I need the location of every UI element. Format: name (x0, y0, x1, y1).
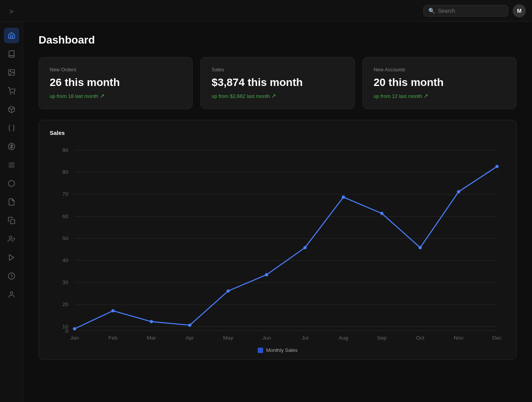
card-new-orders-value: 26 this month (50, 76, 181, 89)
svg-point-45 (418, 246, 422, 249)
svg-text:Aug: Aug (339, 335, 348, 341)
card-sales: Sales $3,874 this month up from $2,682 l… (200, 57, 354, 109)
card-sales-value: $3,874 this month (211, 76, 343, 89)
svg-text:Jul: Jul (302, 335, 309, 341)
svg-marker-13 (9, 255, 14, 261)
svg-rect-9 (10, 220, 15, 224)
sidebar (0, 22, 23, 402)
svg-text:90: 90 (62, 147, 69, 153)
sidebar-item-image[interactable] (4, 65, 19, 80)
svg-point-38 (150, 320, 153, 323)
svg-text:Jan: Jan (70, 335, 79, 341)
svg-text:50: 50 (62, 235, 69, 241)
svg-point-41 (265, 273, 269, 276)
svg-text:70: 70 (62, 192, 69, 197)
sidebar-item-group-add[interactable] (4, 231, 19, 247)
chart-title: Sales (50, 130, 505, 136)
svg-text:40: 40 (62, 257, 69, 263)
chevron-button[interactable]: > (6, 6, 17, 17)
card-new-accounts-value: 20 this month (374, 76, 505, 89)
card-sales-label: Sales (211, 67, 343, 72)
sidebar-item-book[interactable] (4, 46, 19, 62)
card-new-orders: New Orders 26 this month up from 18 last… (39, 57, 193, 109)
svg-point-36 (73, 327, 76, 330)
sidebar-item-doc[interactable] (4, 194, 19, 210)
sidebar-item-cart[interactable] (4, 83, 19, 99)
legend-label: Monthly Sales (266, 347, 298, 353)
svg-text:Apr: Apr (186, 335, 194, 341)
trend-arrow-accounts: ↗ (423, 93, 428, 99)
card-new-accounts-label: New Accounts (374, 67, 505, 72)
svg-text:Dec: Dec (492, 335, 502, 341)
card-new-orders-label: New Orders (50, 67, 181, 72)
svg-point-1 (10, 71, 10, 72)
page-title: Dashboard (39, 34, 517, 46)
svg-point-39 (188, 324, 191, 327)
svg-text:Jun: Jun (262, 335, 271, 341)
card-new-orders-trend: up from 18 last month ↗ (50, 93, 181, 99)
search-box: 🔍 (423, 5, 508, 17)
svg-text:80: 80 (62, 169, 69, 175)
content-area: Dashboard New Orders 26 this month up fr… (23, 22, 532, 402)
svg-text:20: 20 (62, 302, 69, 308)
svg-point-2 (10, 94, 11, 94)
svg-text:Mar: Mar (147, 335, 156, 341)
card-sales-trend: up from $2,682 last month ↗ (211, 93, 343, 99)
svg-point-42 (303, 246, 307, 249)
svg-text:0: 0 (65, 328, 69, 334)
chart-card: Sales 90 80 70 60 (39, 120, 517, 360)
chart-area: 90 80 70 60 50 40 30 20 10 0 (50, 142, 505, 343)
legend-box (258, 348, 263, 353)
svg-point-47 (495, 165, 499, 168)
svg-point-10 (9, 236, 12, 239)
topbar: > 🔍 M (0, 0, 532, 22)
sidebar-item-play[interactable] (4, 250, 19, 265)
main-layout: Dashboard New Orders 26 this month up fr… (0, 22, 532, 402)
trend-arrow-sales: ↗ (271, 93, 276, 99)
sidebar-item-copy[interactable] (4, 213, 19, 228)
chart-legend: Monthly Sales (50, 347, 505, 353)
search-input[interactable] (438, 8, 503, 14)
sidebar-item-box[interactable] (4, 176, 19, 191)
sidebar-item-cube[interactable] (4, 102, 19, 117)
card-new-accounts-trend: up from 12 last month ↗ (374, 93, 505, 99)
trend-arrow-orders: ↗ (100, 93, 105, 99)
svg-point-15 (10, 292, 13, 294)
svg-text:Sep: Sep (377, 335, 387, 341)
topbar-left: > (6, 6, 17, 17)
svg-text:Oct: Oct (416, 335, 425, 341)
sidebar-item-variable[interactable] (4, 120, 19, 136)
sidebar-item-menu[interactable] (4, 157, 19, 173)
svg-point-44 (380, 212, 384, 215)
sidebar-item-user[interactable] (4, 287, 19, 302)
avatar[interactable]: M (513, 4, 526, 17)
search-icon: 🔍 (428, 8, 435, 14)
svg-point-46 (457, 190, 460, 193)
svg-text:60: 60 (62, 214, 69, 219)
svg-text:Feb: Feb (108, 335, 117, 341)
cards-row: New Orders 26 this month up from 18 last… (39, 57, 517, 109)
sidebar-item-dollar[interactable] (4, 139, 19, 154)
svg-point-3 (13, 94, 14, 94)
svg-point-43 (342, 195, 345, 198)
sidebar-item-clock[interactable] (4, 268, 19, 284)
svg-text:30: 30 (62, 279, 69, 285)
svg-point-37 (111, 309, 115, 312)
card-new-accounts: New Accounts 20 this month up from 12 la… (362, 57, 517, 109)
sidebar-item-home[interactable] (4, 28, 19, 43)
svg-text:Nov: Nov (454, 335, 463, 341)
svg-text:May: May (223, 335, 233, 341)
svg-point-40 (227, 289, 230, 293)
